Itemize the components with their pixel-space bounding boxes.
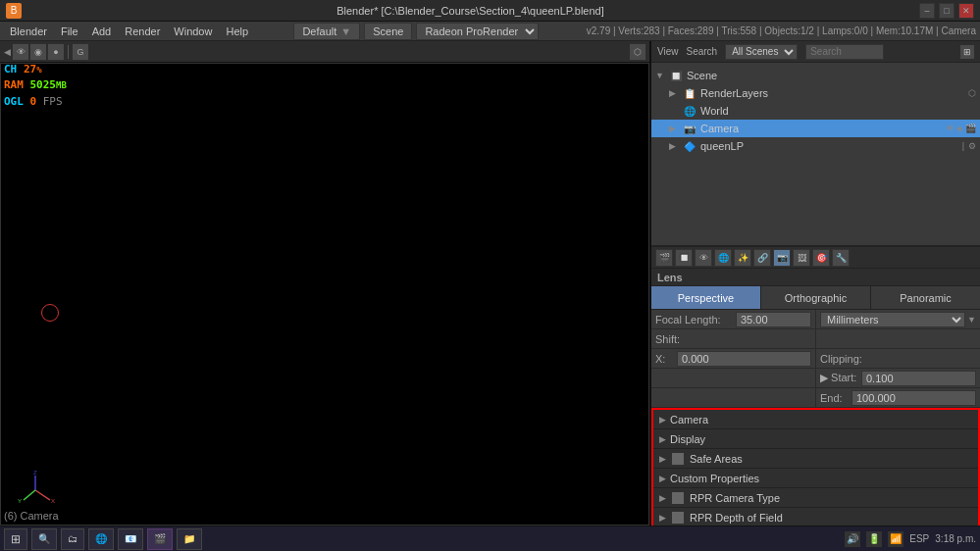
object-props-btn[interactable]: ✨ [734,249,751,267]
tab-perspective[interactable]: Perspective [651,286,761,309]
tray-icon-2[interactable]: 🔋 [866,531,882,547]
viewport-overlay-icon[interactable]: ⬡ [630,44,645,60]
start-field[interactable]: 0.100 [861,371,976,386]
render-layers-btn[interactable]: 🔲 [675,249,693,267]
shift-left: Shift: [651,329,815,348]
layout-selector[interactable]: Default ▼ [293,23,360,40]
section-camera-label: Camera [670,414,708,426]
3d-viewport[interactable]: ◀ 👁 ◉ ● G ⬡ GRU 41% log for details CH 2… [0,41,651,526]
taskbar-other[interactable]: 📁 [177,528,202,550]
section-rpr-dof[interactable]: ▶ RPR Depth of Field [653,508,978,526]
taskbar-blender[interactable]: 🎬 [147,528,173,550]
tray-icon-1[interactable]: 🔊 [845,531,860,547]
modifier-props-btn[interactable]: 🔧 [832,249,850,267]
taskbar-search[interactable]: 🔍 [31,528,57,550]
focal-length-row: Focal Length: 35.00 Millimeters ▼ [651,310,980,329]
taskbar-email[interactable]: 📧 [118,528,143,550]
menu-help[interactable]: Help [220,23,254,40]
clipping-row: ▶ Start: 0.100 [651,369,980,388]
section-safe-areas[interactable]: ▶ Safe Areas [653,449,978,469]
tree-item-camera[interactable]: ▶ 📷 Camera 👁 ◈ 🎬 [651,120,980,137]
scene-icon: 🔲 [669,69,683,82]
menu-add[interactable]: Add [86,23,118,40]
viewport-view-icon[interactable]: 👁 [13,44,28,60]
queenlp-label: queenLP [700,140,958,152]
maximize-button[interactable]: □ [939,3,954,19]
tree-item-scene[interactable]: ▼ 🔲 Scene [651,67,980,84]
renderlayers-actions: ⬡ [968,88,980,98]
outliner-panel: View Search All Scenes ⊞ ▼ 🔲 Scene [651,41,980,247]
section-custom-props[interactable]: ▶ Custom Properties [653,469,978,488]
menu-window[interactable]: Window [168,23,218,40]
section-camera-arrow: ▶ [659,415,666,425]
render-props-btn[interactable]: 🎬 [655,249,673,267]
outliner-search-label: Search [687,46,718,57]
tab-panoramic[interactable]: Panoramic [871,286,980,309]
tree-item-queenlp[interactable]: ▶ 🔷 queenLP | ⚙ [651,137,980,155]
renderlayers-action-btn[interactable]: ⬡ [968,88,976,98]
crosshair [41,304,59,322]
section-display[interactable]: ▶ Display [653,429,978,449]
start-label: ▶ Start: [820,372,859,384]
start-button[interactable]: ⊞ [4,528,27,550]
outliner-filter-icon[interactable]: ⊞ [960,45,974,59]
section-rpr-camera-type[interactable]: ▶ RPR Camera Type [653,488,978,508]
menu-bar: Blender File Add Render Window Help Defa… [0,22,980,41]
menubar-center: Default ▼ Scene Radeon ProRender [256,23,577,40]
end-left [651,388,815,407]
queenlp-icon1[interactable]: | [962,141,964,151]
world-props-btn[interactable]: 🌐 [714,249,732,267]
main-area: ◀ 👁 ◉ ● G ⬡ GRU 41% log for details CH 2… [0,41,980,526]
browser-icon: 🌐 [95,533,107,544]
rpr-dof-icon [672,512,684,524]
outliner-search-input[interactable] [805,44,884,60]
close-button[interactable]: ✕ [958,3,974,19]
outliner-view-label[interactable]: View [657,46,679,57]
all-scenes-dropdown[interactable]: All Scenes [725,44,798,60]
viewport-shading-icon[interactable]: ● [48,44,64,60]
camera-status-label: (6) Camera [4,510,59,522]
section-safe-areas-arrow: ▶ [659,454,666,464]
tree-arrow-renderlayers: ▶ [669,88,679,98]
minimize-button[interactable]: – [919,3,935,19]
focal-length-unit-arrow[interactable]: ▼ [967,315,976,325]
tray-time: 3:18 p.m. [935,533,976,544]
camera-vis-icon[interactable]: 👁 [946,124,954,133]
section-camera[interactable]: ▶ Camera [653,410,978,429]
shift-x-field[interactable]: 0.000 [677,351,811,367]
render-engine-select[interactable]: Radeon ProRender [416,23,539,40]
menu-blender[interactable]: Blender [4,23,53,40]
camera-props-btn[interactable]: 📷 [773,249,791,267]
tree-item-world[interactable]: 🌐 World [651,102,980,120]
start-icon: ⊞ [11,532,21,546]
constraint-props-btn[interactable]: 🔗 [753,249,771,267]
camera-render-icon[interactable]: 🎬 [965,124,976,133]
taskbar-file-manager[interactable]: 🗂 [61,528,84,550]
tree-arrow-queenlp: ▶ [669,141,679,151]
shift-x-label: X: [655,353,675,365]
lens-label: Lens [657,272,683,283]
focal-length-field[interactable]: 35.00 [736,312,811,327]
global-local-toggle[interactable]: G [73,44,88,60]
file-manager-icon: 🗂 [68,533,77,544]
renderlayers-label: RenderLayers [700,87,964,99]
particle-props-btn[interactable]: 🎯 [812,249,830,267]
viewport-mode-icon[interactable]: ◉ [30,44,46,60]
menu-render[interactable]: Render [119,23,166,40]
queenlp-icon2[interactable]: ⚙ [968,141,976,151]
shift-row: Shift: [651,329,980,349]
scene-props-btn[interactable]: 👁 [695,249,712,267]
taskbar-browser[interactable]: 🌐 [88,528,114,550]
menu-file[interactable]: File [55,23,84,40]
focal-length-unit-select[interactable]: Millimeters [820,312,965,327]
scene-selector[interactable]: Scene [364,23,412,40]
material-props-btn[interactable]: 🖼 [793,249,810,267]
focal-length-left: Focal Length: 35.00 [651,310,815,328]
tree-item-renderlayers[interactable]: ▶ 📋 RenderLayers ⬡ [651,84,980,102]
tray-icon-network[interactable]: 📶 [888,531,903,547]
camera-tree-actions: 👁 ◈ 🎬 [946,124,980,133]
camera-restrict-icon[interactable]: ◈ [956,124,963,133]
tab-orthographic[interactable]: Orthographic [761,286,871,309]
end-label: End: [820,392,850,404]
end-field[interactable]: 100.000 [851,390,976,406]
